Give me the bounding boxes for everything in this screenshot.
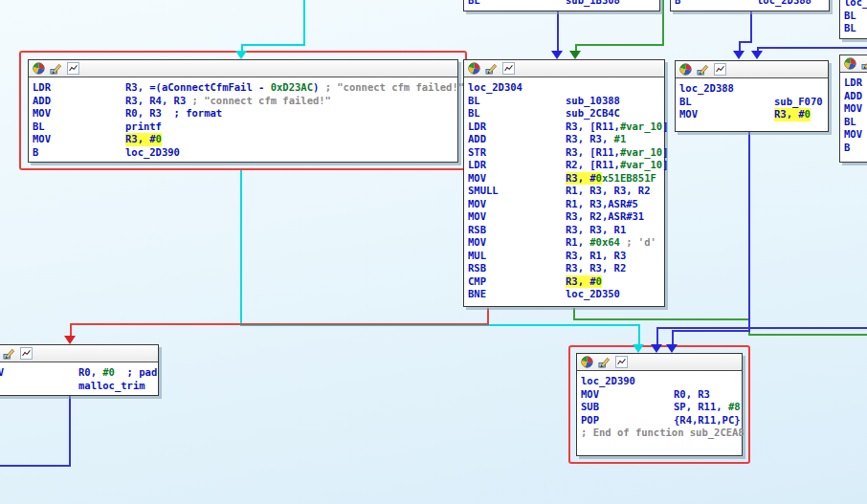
asm-line[interactable]: MOVR1, R3,ASR#5 [468, 198, 661, 211]
asm-line[interactable]: ADD [844, 90, 867, 103]
edit-icon[interactable] [861, 57, 867, 70]
block-code[interactable]: LDRADDMOVBLMOVB [840, 73, 867, 157]
asm-line[interactable]: MOVR0, R3 ; format [33, 107, 455, 121]
block-code[interactable]: Bloc_2D388 [671, 0, 829, 11]
edge-blue-right-v [656, 327, 658, 345]
block-code[interactable]: loc_2D390MOVR0, R3SUBSP, R11, #8POP{R4,R… [577, 371, 742, 443]
asm-line[interactable]: ADDR3, R3, #1 [468, 133, 661, 146]
asm-line[interactable]: MOVR0, R3 [581, 388, 739, 402]
edge-green-top-h [575, 44, 664, 46]
asm-line[interactable]: LDRR3, =(aConnectCfmFail - 0xD23AC) ; "c… [33, 81, 455, 95]
asm-line[interactable]: MOV [844, 102, 867, 116]
asm-line[interactable]: MOVR1, #0x64 ; 'd' [468, 236, 661, 250]
asm-line[interactable]: MOV [844, 128, 867, 142]
chart-icon[interactable] [502, 62, 515, 75]
block-code[interactable]: loc_2D304BLsub_10388BLsub_2CB4CLDRR3, [R… [464, 77, 664, 304]
chart-icon[interactable] [20, 347, 33, 360]
edge-blue-topbranch-v1 [750, 11, 752, 43]
basic-block-top-branch[interactable]: Bloc_2D388 [670, 0, 830, 11]
basic-block-malloc-trim[interactable]: MOVR0, #0 ; padBLmalloc_trim [0, 344, 159, 396]
asm-line[interactable]: ; End of function sub_2CEA8 [581, 427, 739, 440]
edge-arrow-blue-loc2d388-a [733, 51, 745, 59]
asm-line[interactable]: loc_2D304 [468, 81, 661, 95]
asm-line[interactable]: Bloc_2D388 [675, 0, 826, 8]
edge-arrow-cyan-loc2d390 [633, 344, 644, 353]
asm-line[interactable]: BLsub_2CB4C [468, 107, 661, 121]
asm-line[interactable]: MOVR0, #0 ; pad [0, 366, 155, 380]
edge-blue-topbranch-h [739, 41, 752, 43]
edit-icon[interactable] [3, 347, 15, 360]
block-code[interactable]: LDRR3, =(aConnectCfmFail - 0xD23AC) ; "c… [29, 77, 457, 162]
node-color-icon[interactable] [468, 62, 480, 75]
asm-line[interactable]: MOVR3, R2,ASR#31 [468, 210, 661, 224]
block-titlebar [577, 354, 742, 371]
asm-line[interactable]: MOVR3, #0 [679, 108, 825, 121]
basic-block-top-call[interactable]: BLsub_1B308 [463, 0, 660, 11]
asm-line[interactable]: CMPR3, #0 [468, 275, 661, 289]
block-code[interactable]: BLsub_1B308 [464, 0, 659, 11]
edge-red-v2 [70, 323, 72, 337]
asm-line[interactable]: MOVR3, #0x51EB851F [468, 172, 661, 186]
basic-block-loc-2d390[interactable]: loc_2D390MOVR0, R3SUBSP, R11, #8POP{R4,R… [576, 353, 743, 456]
ida-graph-view: { "colors": { "text_blue": "#0b16c4", "t… [0, 0, 867, 504]
asm-line[interactable]: SMULLR1, R3, R3, R2 [468, 185, 661, 198]
asm-line[interactable]: BL [844, 22, 867, 35]
edge-cyan-top-in-v1 [303, 0, 305, 45]
asm-line[interactable]: LDRR3, [R11,#var_10] [468, 121, 661, 134]
asm-line[interactable]: BLsub_1B308 [468, 0, 656, 8]
asm-line[interactable]: B [844, 142, 867, 155]
basic-block-loc-2d388[interactable]: loc_2D388BLsub_F070MOVR3, #0 [675, 60, 829, 132]
asm-line[interactable]: BNEloc_2D350 [468, 288, 661, 301]
basic-block-right-edge[interactable]: LDRADDMOVBLMOVB [839, 55, 867, 163]
asm-line[interactable]: BLsub_F070 [679, 96, 825, 109]
asm-line[interactable]: BLsub_10388 [468, 95, 661, 108]
node-color-icon[interactable] [33, 62, 45, 75]
edge-blue-2d388-h [672, 330, 750, 332]
basic-block-loc-2d304[interactable]: loc_2D304BLsub_10388BLsub_2CB4CLDRR3, [R… [463, 59, 665, 307]
asm-line[interactable]: loc_2D388 [679, 82, 825, 96]
asm-line[interactable]: LDRR2, [R11,#var_10] [468, 159, 661, 172]
asm-line[interactable]: POP{R4,R11,PC} [581, 414, 739, 427]
asm-line[interactable]: SUBSP, R11, #8 [581, 401, 739, 414]
asm-line[interactable]: MOVR3, #0 [33, 133, 455, 146]
block-code[interactable]: MOVR0, #0 ; padBLmalloc_trim [0, 362, 158, 395]
asm-line[interactable]: MULR3, R1, R3 [468, 250, 661, 263]
edge-red-v1 [487, 308, 489, 324]
chart-icon[interactable] [615, 356, 628, 368]
asm-line[interactable]: loc_2D390 [581, 375, 739, 388]
edge-blue-right2-h [757, 47, 867, 49]
asm-line[interactable]: BLmalloc_trim [0, 380, 155, 393]
chart-icon[interactable] [67, 62, 79, 75]
edge-arrow-blue-loc2d304 [551, 51, 563, 59]
asm-line[interactable]: Bloc_2D390 [33, 146, 455, 160]
block-code[interactable]: loc_2BLBL [840, 0, 867, 38]
asm-line[interactable]: BLprintf [33, 121, 455, 134]
chart-icon[interactable] [714, 63, 726, 76]
block-titlebar [464, 60, 664, 77]
asm-line[interactable]: RSBR3, R3, R1 [468, 224, 661, 237]
asm-line[interactable]: RSBR3, R3, R2 [468, 262, 661, 275]
asm-line[interactable]: LDR [844, 77, 867, 90]
block-titlebar [840, 55, 867, 73]
edit-icon[interactable] [697, 63, 709, 76]
edge-arrow-blue-loc2d390-a [666, 344, 678, 353]
asm-line[interactable]: ADDR3, R4, R3 ; "connect cfm failed!" [33, 95, 455, 108]
edit-icon[interactable] [598, 356, 611, 368]
asm-line[interactable]: loc_2 [844, 0, 867, 10]
basic-block-top-right[interactable]: loc_2BLBL [839, 0, 867, 39]
edge-cyan-printf-out-v2 [638, 324, 640, 345]
node-color-icon[interactable] [679, 63, 692, 76]
basic-block-printf[interactable]: LDRR3, =(aConnectCfmFail - 0xD23AC) ; "c… [28, 59, 458, 163]
edge-blue-topcall-v [557, 11, 559, 52]
asm-line[interactable]: STRR3, [R11,#var_10] [468, 146, 661, 160]
asm-line[interactable]: BL [844, 116, 867, 129]
asm-line[interactable]: BL [844, 10, 867, 23]
edge-arrow-red-malloc [64, 336, 76, 344]
edit-icon[interactable] [50, 62, 62, 75]
node-color-icon[interactable] [844, 57, 856, 70]
edge-blue-2d388-v2 [672, 330, 674, 345]
block-code[interactable]: loc_2D388BLsub_F070MOVR3, #0 [676, 78, 828, 124]
node-color-icon[interactable] [581, 356, 593, 368]
edit-icon[interactable] [485, 62, 498, 75]
edge-blue-malloc-v [69, 395, 71, 467]
